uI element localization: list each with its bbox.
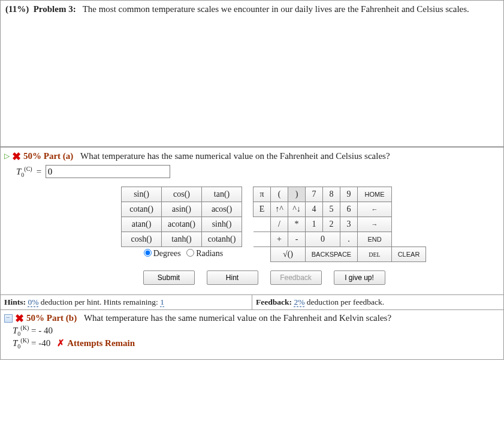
key-left[interactable]: ← [358, 202, 392, 217]
var-sub: 0 [21, 172, 24, 178]
key-backspace[interactable]: BACKSPACE [306, 247, 358, 262]
part-a-question: What temperature has the same numerical … [80, 151, 390, 161]
var-sup: (C) [24, 166, 32, 172]
feedback-pct[interactable]: 2% [294, 297, 304, 307]
feedback-suffix: deduction per feedback. [307, 297, 384, 306]
part-b-question: What temperature has the same numerical … [84, 313, 391, 323]
key-1[interactable]: 1 [306, 217, 323, 232]
key-cos[interactable]: cos() [162, 187, 202, 202]
key-star[interactable]: * [288, 217, 306, 232]
key-minus[interactable]: - [288, 232, 306, 247]
function-keypad: sin() cos() tan() cotan() asin() acos() … [121, 187, 242, 247]
answer-equation: T0(C) = [4, 165, 500, 178]
submit-button[interactable]: Submit [143, 270, 195, 285]
x-icon: ✗ [57, 338, 65, 348]
key-E[interactable]: E [253, 202, 271, 217]
key-8[interactable]: 8 [323, 187, 340, 202]
hints-mid: deduction per hint. Hints remaining: [41, 297, 158, 306]
part-b-line2: T0(K) = -40 ✗ Attempts Remain [4, 337, 500, 350]
key-atan[interactable]: atan() [122, 217, 162, 232]
feedback-label: Feedback: [256, 297, 292, 306]
part-a-label: 50% Part (a) [23, 151, 73, 161]
problem-statement: The most common temperature scales we en… [83, 4, 469, 14]
key-acotan[interactable]: acotan() [162, 217, 202, 232]
problem-weight: (11%) [5, 4, 29, 14]
key-rparen[interactable]: ) [288, 187, 306, 202]
key-plus[interactable]: + [271, 232, 288, 247]
key-dot[interactable]: . [340, 232, 358, 247]
key-9[interactable]: 9 [340, 187, 358, 202]
key-lparen[interactable]: ( [271, 187, 288, 202]
key-sinh[interactable]: sinh() [202, 217, 242, 232]
wrong-icon: ✖ [15, 314, 24, 323]
problem-header: (11%) Problem 3: The most common tempera… [1, 1, 503, 147]
part-b: ✖ 50% Part (b) What temperature has the … [1, 309, 503, 359]
key-pi[interactable]: π [253, 187, 271, 202]
key-clear[interactable]: CLEAR [392, 247, 426, 262]
key-up[interactable]: ↑^ [271, 202, 288, 217]
key-end[interactable]: END [358, 232, 392, 247]
hints-label: Hints: [4, 297, 26, 306]
key-2[interactable]: 2 [323, 217, 340, 232]
key-tanh[interactable]: tanh() [162, 232, 202, 247]
feedback-button: Feedback [270, 270, 322, 285]
key-right[interactable]: → [358, 217, 392, 232]
part-a: ▷ ✖ 50% Part (a) What temperature has th… [1, 147, 503, 294]
key-5[interactable]: 5 [323, 202, 340, 217]
key-7[interactable]: 7 [306, 187, 323, 202]
key-acos[interactable]: acos() [202, 202, 242, 217]
part-b-label: 50% Part (b) [26, 313, 77, 323]
hints-remaining[interactable]: 1 [160, 297, 164, 307]
key-6[interactable]: 6 [340, 202, 358, 217]
degrees-option[interactable]: Degrees [140, 249, 181, 258]
key-tan[interactable]: tan() [202, 187, 242, 202]
angle-mode: Degrees Radians [121, 247, 242, 260]
key-3[interactable]: 3 [340, 217, 358, 232]
expand-icon[interactable]: ▷ [4, 152, 10, 161]
numeric-keypad: π ( ) 7 8 9 HOME E ↑^ ^↓ 4 5 6 [253, 187, 426, 262]
degrees-radio[interactable] [144, 249, 152, 257]
key-sqrt[interactable]: √() [271, 247, 306, 262]
key-del[interactable]: DEL [358, 247, 392, 262]
key-down[interactable]: ^↓ [288, 202, 306, 217]
giveup-button[interactable]: I give up! [334, 270, 385, 285]
problem-label: Problem 3: [34, 4, 76, 14]
key-asin[interactable]: asin() [162, 202, 202, 217]
hints-pct[interactable]: 0% [28, 297, 38, 307]
key-cosh[interactable]: cosh() [122, 232, 162, 247]
collapse-icon[interactable] [4, 314, 13, 323]
wrong-icon: ✖ [12, 152, 21, 161]
radians-option[interactable]: Radians [183, 249, 223, 258]
radians-radio[interactable] [186, 249, 194, 257]
hints-bar: Hints: 0% deduction per hint. Hints rema… [1, 294, 503, 309]
key-sin[interactable]: sin() [122, 187, 162, 202]
key-4[interactable]: 4 [306, 202, 323, 217]
key-0[interactable]: 0 [306, 232, 340, 247]
answer-input[interactable] [46, 165, 170, 178]
key-home[interactable]: HOME [358, 187, 392, 202]
attempts-remain: Attempts Remain [67, 338, 135, 348]
key-cotanh[interactable]: cotanh() [202, 232, 242, 247]
key-slash[interactable]: / [271, 217, 288, 232]
key-cotan[interactable]: cotan() [122, 202, 162, 217]
action-row: Submit Hint Feedback I give up! [28, 270, 500, 285]
part-b-line1: T0(K) = - 40 [4, 324, 500, 337]
hint-button[interactable]: Hint [207, 270, 258, 285]
equals-sign: = [36, 167, 42, 177]
